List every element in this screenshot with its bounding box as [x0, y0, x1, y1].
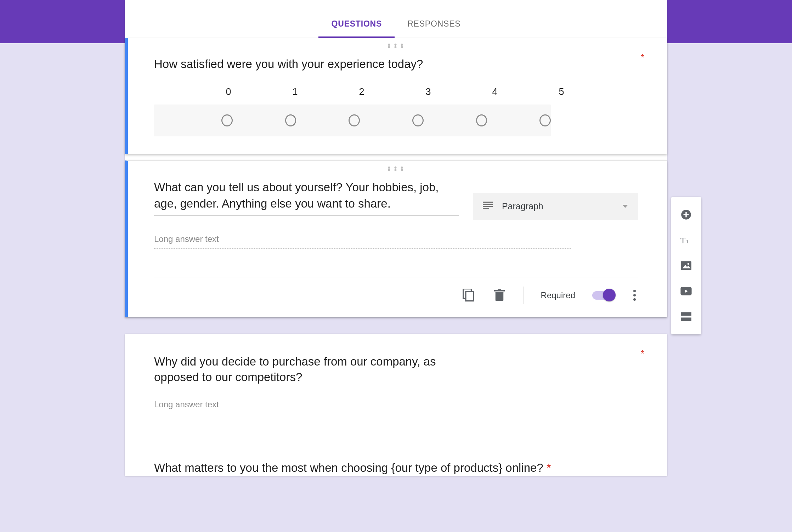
long-answer-placeholder[interactable]: Long answer text: [154, 234, 572, 249]
add-video-button[interactable]: [680, 285, 692, 297]
scale-label: 3: [421, 86, 435, 97]
floating-side-toolbar: TT: [671, 197, 701, 334]
add-section-button[interactable]: [680, 311, 692, 322]
scale-radio-2[interactable]: [349, 114, 360, 126]
svg-text:T: T: [686, 239, 689, 244]
svg-rect-5: [466, 291, 474, 301]
svg-rect-6: [495, 292, 503, 301]
question-title-input[interactable]: What can you tell us about yourself? You…: [154, 179, 459, 216]
question-block-paragraph: ● ● ●● ● ● What can you tell us about yo…: [125, 160, 667, 317]
add-title-button[interactable]: TT: [680, 234, 692, 246]
svg-point-16: [688, 263, 689, 265]
scale-label: 5: [554, 86, 568, 97]
tab-responses[interactable]: RESPONSES: [395, 14, 473, 38]
required-label: Required: [541, 290, 575, 300]
duplicate-button[interactable]: [461, 288, 475, 302]
form-builder-area: QUESTIONS RESPONSES ● ● ●● ● ● * How sat…: [125, 0, 667, 476]
drag-handle-icon[interactable]: ● ● ●● ● ●: [154, 161, 638, 179]
form-card-lower: * Why did you decide to purchase from ou…: [125, 334, 667, 476]
scale-radio-5[interactable]: [539, 114, 551, 126]
svg-rect-11: [684, 214, 689, 215]
more-options-button[interactable]: [631, 288, 638, 303]
scale-number-labels: 0 1 2 3 4 5: [154, 86, 638, 97]
question-title: How satisfied were you with your experie…: [154, 56, 480, 72]
svg-rect-2: [483, 206, 493, 207]
question-type-picker[interactable]: Paragraph: [473, 193, 638, 220]
svg-rect-0: [483, 202, 493, 203]
required-indicator-icon: *: [641, 52, 644, 63]
question-title: What matters to you the most when choosi…: [154, 460, 579, 476]
question-block-scale: ● ● ●● ● ● * How satisfied were you with…: [125, 38, 667, 154]
scale-label: 0: [221, 86, 236, 97]
tab-questions[interactable]: QUESTIONS: [318, 14, 395, 38]
linear-scale: 0 1 2 3 4 5: [154, 86, 638, 136]
scale-radio-0[interactable]: [221, 114, 233, 126]
svg-rect-3: [483, 208, 489, 209]
scale-label: 4: [488, 86, 502, 97]
long-answer-placeholder[interactable]: Long answer text: [154, 400, 572, 414]
svg-rect-8: [498, 289, 501, 290]
drag-handle-icon[interactable]: ● ● ●● ● ●: [154, 38, 638, 56]
svg-text:T: T: [680, 236, 685, 245]
scale-label: 1: [288, 86, 302, 97]
scale-radio-3[interactable]: [412, 114, 424, 126]
question-footer-toolbar: Required: [154, 277, 638, 304]
question-block[interactable]: * Why did you decide to purchase from ou…: [125, 334, 667, 432]
required-indicator-icon: *: [641, 348, 644, 359]
divider: [524, 287, 524, 304]
delete-button[interactable]: [492, 288, 507, 302]
add-image-button[interactable]: [680, 260, 692, 271]
scale-radio-row: [154, 104, 551, 136]
required-toggle[interactable]: [592, 291, 614, 300]
question-type-label: Paragraph: [502, 201, 613, 211]
scale-radio-1[interactable]: [285, 114, 296, 126]
scale-label: 2: [355, 86, 369, 97]
scale-radio-4[interactable]: [476, 114, 487, 126]
svg-rect-19: [681, 312, 691, 316]
chevron-down-icon: [622, 205, 628, 208]
card-gap: [125, 323, 667, 334]
add-question-button[interactable]: [680, 209, 692, 220]
tabs-bar: QUESTIONS RESPONSES: [125, 0, 667, 38]
paragraph-icon: [483, 202, 493, 211]
svg-rect-14: [681, 261, 691, 270]
question-title: Why did you decide to purchase from our …: [154, 354, 480, 385]
question-edit-row: What can you tell us about yourself? You…: [154, 179, 638, 220]
form-card: QUESTIONS RESPONSES ● ● ●● ● ● * How sat…: [125, 0, 667, 317]
svg-rect-20: [681, 318, 691, 321]
svg-rect-1: [483, 204, 493, 205]
question-block[interactable]: What matters to you the most when choosi…: [125, 432, 667, 476]
